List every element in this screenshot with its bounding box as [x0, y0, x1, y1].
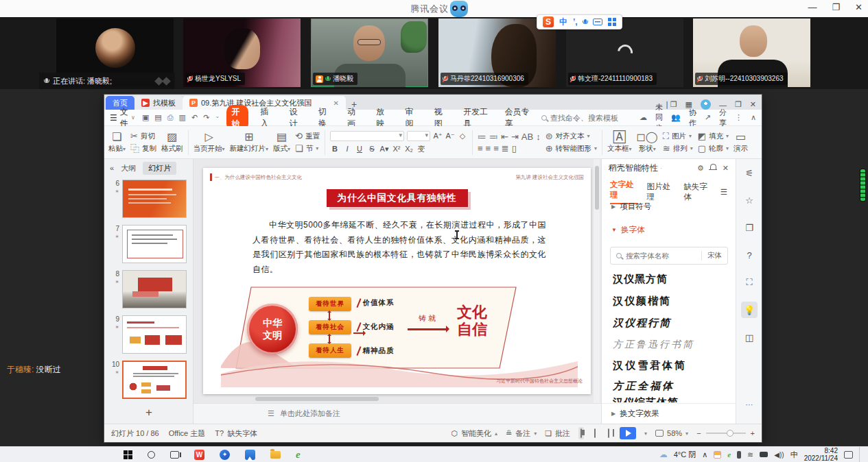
font-filter-chip[interactable]: 宋体 [701, 251, 722, 260]
redo-icon[interactable]: ↷ [203, 113, 209, 122]
smart-features-icon[interactable]: 💡 [741, 302, 758, 318]
font-search-box[interactable]: 宋体 [610, 247, 728, 265]
slide-body-text[interactable]: 中华文明5000多年绵延不断、经久不衰，在长期演进过程中，形成了中国人看待世界、… [253, 218, 546, 277]
output-icon[interactable]: ▤ [154, 113, 161, 122]
comments-button[interactable]: ❏批注 [545, 428, 570, 439]
number-list-icon[interactable]: ≕ [489, 132, 498, 141]
increase-font-icon[interactable]: A⁺ [433, 132, 443, 141]
align-left-icon[interactable]: ≡ [478, 144, 483, 153]
superscript-button[interactable]: X² [392, 145, 401, 153]
strikethrough-button[interactable]: S [367, 145, 377, 153]
bold-button[interactable]: B [330, 145, 340, 153]
bullet-list-icon[interactable]: ≔ [478, 132, 486, 141]
arrange-button[interactable]: ≋排列▾ [663, 144, 693, 154]
font-option[interactable]: 汉仪雪君体简 [613, 359, 728, 372]
tab-templates[interactable]: ▶ 找模板 [134, 96, 183, 110]
fill-button[interactable]: ◩填充▾ [698, 132, 729, 141]
decrease-font-icon[interactable]: A⁻ [445, 132, 455, 141]
save-icon[interactable]: ▣ [142, 113, 149, 122]
minimize-icon[interactable]: — [808, 2, 817, 12]
ime-indicator[interactable]: 中 [790, 450, 798, 460]
meeting-taskbar-icon[interactable] [245, 450, 255, 460]
normal-view-button[interactable] [578, 427, 584, 439]
more-icon[interactable]: ⋮ [735, 113, 742, 122]
font-option[interactable]: 方正鲁迅行书简 [613, 339, 728, 351]
settings-gear-icon[interactable]: ⚙ [697, 164, 704, 173]
font-option[interactable]: 方正全福体 [613, 380, 728, 393]
ime-mic-icon[interactable] [583, 19, 587, 25]
text-effect-button[interactable]: 变 [417, 144, 426, 154]
slide-thumbnail[interactable]: 9✶ [108, 315, 189, 358]
slide-thumbnail[interactable]: 8✶ [108, 270, 189, 313]
line-spacing-icon[interactable]: ↕ [536, 132, 541, 141]
ime-keyboard-icon[interactable] [593, 19, 602, 25]
reset-button[interactable]: ⟲重置 [295, 132, 320, 141]
cut-button[interactable]: ✂剪切 [130, 132, 156, 141]
font-size-select[interactable] [407, 131, 430, 141]
theme-name[interactable]: Office 主题 [169, 428, 206, 439]
font-color-button[interactable]: A▾ [379, 145, 389, 154]
help-icon[interactable]: ? [741, 247, 758, 263]
taskbar-search-icon[interactable] [148, 451, 155, 459]
font-option[interactable]: 汉仪黑方简 [613, 273, 728, 286]
paste-button[interactable]: ❏粘贴▾ [108, 132, 126, 154]
preview-icon[interactable]: ▥ [179, 113, 186, 122]
start-button[interactable] [124, 450, 132, 459]
image-tools-icon[interactable]: ⛶ [741, 274, 758, 291]
justify-icon[interactable]: ≣ [502, 144, 509, 153]
notes-bar[interactable]: ☰ 单击此处添加备注 [193, 403, 601, 424]
tray-expand-icon[interactable]: ∧ [702, 450, 707, 459]
align-right-icon[interactable]: ≡ [493, 144, 499, 153]
duplicate-window-icon[interactable]: ❐ [741, 219, 758, 236]
clock[interactable]: 8:42 2022/11/24 [804, 447, 838, 462]
image-button[interactable]: ⛶图片▾ [663, 132, 693, 141]
align-text-button[interactable]: ⊜对齐文本▾ [546, 132, 597, 141]
notification-bell-icon[interactable] [710, 164, 716, 169]
subscript-button[interactable]: X₂ [404, 145, 414, 153]
wifi-icon[interactable]: ≋ [747, 450, 753, 459]
notes-placeholder[interactable]: 单击此处添加备注 [280, 409, 340, 419]
font-option[interactable]: 汉仪程行简 [613, 317, 728, 330]
panel-menu-icon[interactable]: ☰ [720, 187, 727, 197]
ime-toolbar[interactable]: S 中 ’, [537, 14, 622, 29]
underline-button[interactable]: U [355, 145, 364, 153]
slide-page[interactable]: 一、为什么建设中国特色社会主义文化 第九讲 建设社会主义文化强国 为什么中国文化… [203, 168, 591, 394]
close-icon[interactable]: ✕ [855, 2, 863, 12]
undo-icon[interactable]: ↶ [191, 113, 198, 122]
sogou-icon[interactable]: S [543, 16, 554, 27]
browser-icon[interactable]: e [296, 449, 301, 461]
section-button[interactable]: ❏节▾ [295, 144, 320, 154]
weather-icon[interactable]: ☁ [659, 450, 668, 459]
weather-text[interactable]: 4°C 阴 [674, 450, 696, 460]
font-search-input[interactable] [626, 252, 697, 260]
new-slide-button[interactable]: ⊞新建幻灯片▾ [230, 132, 269, 154]
notes-button[interactable]: ≞备注▾ [506, 428, 537, 439]
effects-star-icon[interactable]: ☆ [741, 192, 758, 208]
vertical-scrollbar[interactable] [594, 159, 600, 403]
outline-button[interactable]: ▢轮廓▾ [698, 144, 729, 154]
copy-button[interactable]: ⿻复制 [130, 144, 156, 154]
volume-icon[interactable]: ◀)) [774, 451, 784, 459]
zoom-in-icon[interactable]: + [751, 429, 755, 437]
task-view-icon[interactable] [170, 451, 179, 459]
collapse-panel-icon[interactable]: « [110, 164, 114, 172]
tab-outline[interactable]: 大纲 [121, 163, 136, 173]
share-icon[interactable]: ↗ [705, 113, 711, 122]
panel-tab-text[interactable]: 文字处理 [610, 180, 637, 204]
layout-button[interactable]: ▤版式▾ [273, 132, 290, 154]
command-search-input[interactable] [550, 114, 633, 122]
smart-graphic-button[interactable]: ⊕转智能图形▾ [546, 144, 597, 154]
add-slide-button[interactable]: + [104, 406, 193, 420]
fit-slide-icon[interactable] [655, 430, 664, 437]
reading-layout-icon[interactable]: ◫ [741, 329, 758, 345]
horizontal-scrollbar[interactable] [255, 397, 530, 402]
properties-icon[interactable]: ⚟ [741, 165, 758, 181]
sorter-view-button[interactable] [592, 427, 598, 439]
present-button[interactable]: ▭演示 [734, 132, 748, 154]
shapes-button[interactable]: ◻◯形状▾ [637, 132, 658, 154]
outdent-icon[interactable]: ⇤ [501, 132, 508, 141]
close-panel-icon[interactable]: ✕ [723, 164, 729, 173]
font-family-select[interactable] [330, 131, 404, 141]
tray-app-icon[interactable] [714, 451, 721, 459]
columns-icon[interactable]: ▯ [512, 144, 517, 153]
